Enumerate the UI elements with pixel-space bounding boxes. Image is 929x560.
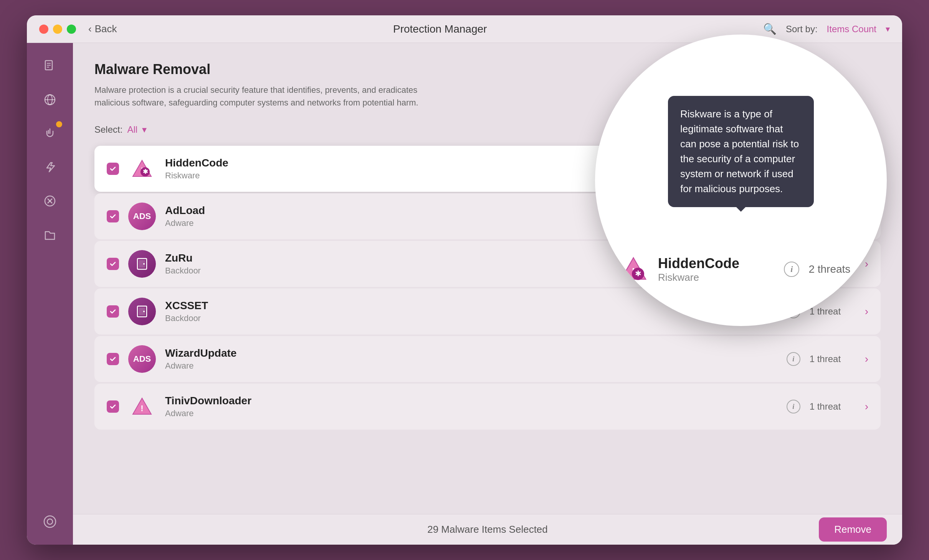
item-checkbox-zuru[interactable] bbox=[107, 258, 119, 270]
page-title-heading: Malware Removal bbox=[94, 61, 881, 77]
tinivdownloader-info: TinivDownloader Adware bbox=[165, 395, 777, 418]
zuru-name: ZuRu bbox=[165, 252, 777, 264]
malware-item-wizardupdate[interactable]: ADS WizardUpdate Adware i 1 threat › bbox=[94, 336, 881, 382]
wizardupdate-threat-count: 1 threat bbox=[810, 354, 856, 364]
hiddencode-icon: ! ✱ bbox=[128, 155, 156, 183]
select-all-button[interactable]: All bbox=[127, 124, 137, 135]
wizardupdate-icon: ADS bbox=[128, 345, 156, 373]
hiddencode-right: i 2 threats › bbox=[787, 162, 868, 176]
malware-item-tinivdownloader[interactable]: ! TinivDownloader Adware i 1 threat › bbox=[94, 384, 881, 430]
sidebar-item-lightning[interactable] bbox=[39, 156, 61, 178]
item-checkbox-tinivdownloader[interactable] bbox=[107, 400, 119, 413]
svg-point-20 bbox=[143, 311, 145, 312]
back-button[interactable]: ‹ Back bbox=[88, 23, 117, 35]
xcsset-type: Backdoor bbox=[165, 313, 777, 323]
hiddencode-threat-count: 2 threats bbox=[810, 163, 856, 174]
wizardupdate-info: WizardUpdate Adware bbox=[165, 347, 777, 371]
xcsset-icon bbox=[128, 298, 156, 325]
xcsset-info: XCSSET Backdoor bbox=[165, 300, 777, 323]
hiddencode-name: HiddenCode bbox=[165, 157, 777, 169]
zuru-info-button[interactable]: i bbox=[787, 257, 800, 271]
adload-right: i 2 threats › bbox=[787, 209, 868, 223]
xcsset-info-button[interactable]: i bbox=[787, 305, 800, 318]
item-checkbox-hiddencode[interactable] bbox=[107, 163, 119, 175]
sidebar-item-globe[interactable] bbox=[39, 89, 61, 110]
minimize-button[interactable] bbox=[53, 25, 62, 34]
item-checkbox-xcsset[interactable] bbox=[107, 305, 119, 318]
malware-item-xcsset[interactable]: XCSSET Backdoor i 1 threat › bbox=[94, 288, 881, 334]
malware-item-adload[interactable]: ADS AdLoad Adware i 2 threats › bbox=[94, 193, 881, 239]
title-bar: ‹ Back Protection Manager 🔍 Sort by: Ite… bbox=[27, 15, 902, 43]
svg-text:!: ! bbox=[141, 404, 143, 413]
page-title: Protection Manager bbox=[117, 23, 763, 35]
tinivdownloader-chevron-icon[interactable]: › bbox=[865, 400, 868, 413]
xcsset-name: XCSSET bbox=[165, 300, 777, 312]
tinivdownloader-threat-count: 1 threat bbox=[810, 401, 856, 412]
sidebar-item-documents[interactable] bbox=[39, 55, 61, 77]
adload-icon: ADS bbox=[128, 203, 156, 230]
hiddencode-info: HiddenCode Riskware bbox=[165, 157, 777, 181]
traffic-lights bbox=[39, 25, 76, 34]
svg-point-10 bbox=[44, 516, 56, 527]
select-row: Select: All ▾ bbox=[94, 124, 881, 135]
tinivdownloader-right: i 1 threat › bbox=[787, 400, 868, 413]
item-checkbox-adload[interactable] bbox=[107, 210, 119, 222]
malware-list: ! ✱ HiddenCode Riskware i 2 threats › bbox=[94, 146, 881, 430]
adload-chevron-icon[interactable]: › bbox=[865, 210, 868, 222]
sidebar-item-folder[interactable] bbox=[39, 224, 61, 245]
tinivdownloader-name: TinivDownloader bbox=[165, 395, 777, 407]
adload-name: AdLoad bbox=[165, 204, 777, 217]
malware-item-zuru[interactable]: ZuRu Backdoor i 1 threat › bbox=[94, 241, 881, 287]
wizardupdate-type: Adware bbox=[165, 361, 777, 371]
wizardupdate-info-button[interactable]: i bbox=[787, 352, 800, 366]
xcsset-chevron-icon[interactable]: › bbox=[865, 305, 868, 318]
bottom-bar: 29 Malware Items Selected Remove bbox=[73, 514, 902, 545]
zuru-info: ZuRu Backdoor bbox=[165, 252, 777, 276]
zuru-icon bbox=[128, 250, 156, 278]
svg-point-17 bbox=[143, 263, 145, 265]
select-chevron-icon[interactable]: ▾ bbox=[142, 124, 147, 135]
zuru-type: Backdoor bbox=[165, 266, 777, 276]
notification-badge bbox=[56, 121, 62, 127]
adload-type: Adware bbox=[165, 218, 777, 228]
adload-info-button[interactable]: i bbox=[787, 209, 800, 223]
hiddencode-type: Riskware bbox=[165, 171, 777, 181]
item-checkbox-wizardupdate[interactable] bbox=[107, 353, 119, 365]
close-button[interactable] bbox=[39, 25, 48, 34]
adload-info: AdLoad Adware bbox=[165, 204, 777, 228]
sort-chevron-icon[interactable]: ▾ bbox=[886, 24, 890, 34]
sidebar bbox=[27, 43, 73, 545]
app-window: ‹ Back Protection Manager 🔍 Sort by: Ite… bbox=[27, 15, 902, 545]
tinivdownloader-icon: ! bbox=[128, 393, 156, 420]
back-label: Back bbox=[95, 23, 117, 35]
sort-value[interactable]: Items Count bbox=[827, 24, 876, 35]
main-content: Malware Removal Malware protection is a … bbox=[73, 43, 902, 545]
select-label: Select: bbox=[94, 124, 122, 135]
page-description: Malware protection is a crucial security… bbox=[94, 84, 440, 109]
wizardupdate-chevron-icon[interactable]: › bbox=[865, 353, 868, 365]
title-actions: 🔍 Sort by: Items Count ▾ bbox=[763, 23, 890, 35]
sort-label: Sort by: bbox=[786, 24, 818, 35]
svg-point-11 bbox=[47, 519, 53, 524]
search-icon[interactable]: 🔍 bbox=[763, 23, 777, 35]
xcsset-right: i 1 threat › bbox=[787, 305, 868, 318]
back-chevron-icon: ‹ bbox=[88, 23, 92, 35]
wizardupdate-right: i 1 threat › bbox=[787, 352, 868, 366]
hiddencode-info-button[interactable]: i bbox=[787, 162, 800, 176]
sidebar-item-x[interactable] bbox=[39, 190, 61, 212]
tinivdownloader-info-button[interactable]: i bbox=[787, 400, 800, 413]
xcsset-threat-count: 1 threat bbox=[810, 306, 856, 317]
sidebar-item-hand[interactable] bbox=[39, 123, 61, 144]
remove-button[interactable]: Remove bbox=[819, 517, 887, 542]
maximize-button[interactable] bbox=[67, 25, 76, 34]
malware-item-hiddencode[interactable]: ! ✱ HiddenCode Riskware i 2 threats › bbox=[94, 146, 881, 192]
zuru-threat-count: 1 threat bbox=[810, 259, 856, 269]
hiddencode-chevron-icon[interactable]: › bbox=[865, 163, 868, 175]
tinivdownloader-type: Adware bbox=[165, 408, 777, 418]
zuru-chevron-icon[interactable]: › bbox=[865, 258, 868, 270]
adload-threat-count: 2 threats bbox=[810, 211, 856, 222]
wizardupdate-name: WizardUpdate bbox=[165, 347, 777, 359]
selected-count-label: 29 Malware Items Selected bbox=[427, 524, 548, 535]
sidebar-item-settings[interactable] bbox=[39, 511, 61, 532]
svg-text:✱: ✱ bbox=[143, 168, 148, 175]
